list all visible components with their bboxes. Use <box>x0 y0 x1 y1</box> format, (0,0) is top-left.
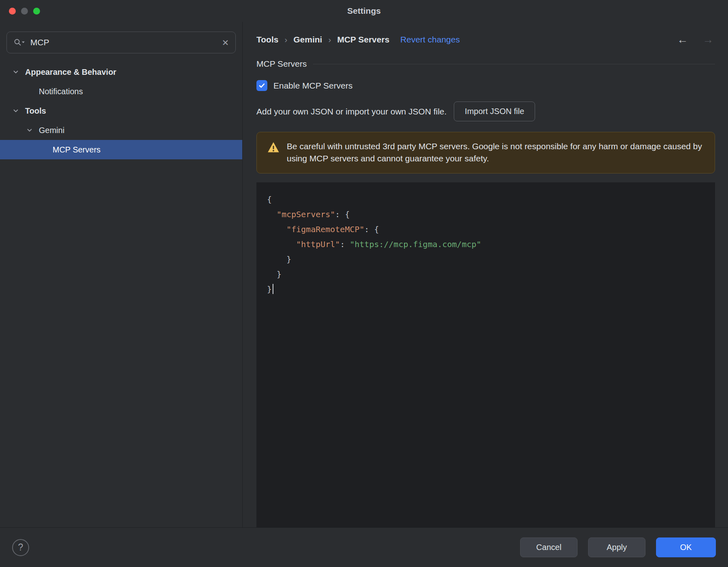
warning-text: Be careful with untrusted 3rd party MCP … <box>287 140 704 165</box>
tree-item-gemini[interactable]: Gemini <box>0 121 242 140</box>
enable-mcp-row[interactable]: Enable MCP Servers <box>256 80 715 91</box>
settings-main: Tools › Gemini › MCP Servers Revert chan… <box>243 22 728 527</box>
tree-item-appearance-behavior[interactable]: Appearance & Behavior <box>0 62 242 82</box>
warning-icon <box>267 140 279 153</box>
search-input[interactable] <box>30 38 217 47</box>
window-title: Settings <box>347 6 381 16</box>
section-divider <box>313 64 715 64</box>
code-line: "httpUrl": "https://mcp.figma.com/mcp" <box>267 237 705 252</box>
minimize-window-button[interactable] <box>21 8 28 15</box>
footer-buttons: Cancel Apply OK <box>520 537 716 557</box>
enable-mcp-label: Enable MCP Servers <box>273 81 353 91</box>
revert-changes-link[interactable]: Revert changes <box>400 35 460 44</box>
section-title: MCP Servers <box>256 59 307 69</box>
tree-item-label: Notifications <box>39 87 83 96</box>
breadcrumb-gemini[interactable]: Gemini <box>293 35 322 44</box>
zoom-window-button[interactable] <box>33 8 40 15</box>
settings-search-box[interactable]: ✕ <box>6 32 236 53</box>
code-line: } <box>267 252 705 267</box>
code-line: "figmaRemoteMCP": { <box>267 222 705 237</box>
settings-content: ✕ Appearance & BehaviorNotificationsTool… <box>0 22 728 527</box>
tree-item-notifications[interactable]: Notifications <box>0 82 242 101</box>
settings-tree: Appearance & BehaviorNotificationsToolsG… <box>0 62 242 159</box>
apply-button[interactable]: Apply <box>588 537 645 557</box>
breadcrumb-separator-icon: › <box>328 35 331 44</box>
checkmark-icon <box>258 82 266 89</box>
import-row: Add your own JSON or import your own JSO… <box>256 102 715 121</box>
tree-item-mcp-servers[interactable]: MCP Servers <box>0 140 242 159</box>
ok-button[interactable]: OK <box>656 537 716 557</box>
window-controls <box>9 0 40 22</box>
tree-item-label: MCP Servers <box>53 145 101 154</box>
close-window-button[interactable] <box>9 8 16 15</box>
chevron-down-icon[interactable] <box>12 107 25 114</box>
enable-mcp-checkbox[interactable] <box>256 80 267 91</box>
forward-arrow-icon[interactable]: → <box>703 34 713 45</box>
section-header: MCP Servers <box>256 59 715 69</box>
help-button[interactable]: ? <box>12 539 29 556</box>
search-icon[interactable] <box>13 38 25 47</box>
code-line: { <box>267 192 705 207</box>
chevron-down-icon[interactable] <box>26 127 39 134</box>
tree-item-tools[interactable]: Tools <box>0 101 242 121</box>
tree-item-label: Appearance & Behavior <box>25 68 116 77</box>
titlebar: Settings <box>0 0 728 22</box>
breadcrumb-mcp-servers[interactable]: MCP Servers <box>337 35 389 44</box>
tree-item-label: Gemini <box>39 126 64 135</box>
back-arrow-icon[interactable]: ← <box>677 34 688 45</box>
settings-sidebar: ✕ Appearance & BehaviorNotificationsTool… <box>0 22 243 527</box>
import-description: Add your own JSON or import your own JSO… <box>256 107 447 116</box>
breadcrumb-separator-icon: › <box>284 35 287 44</box>
footer: ? Cancel Apply OK <box>0 527 728 567</box>
tree-item-label: Tools <box>25 106 46 116</box>
text-cursor <box>273 284 273 294</box>
json-editor-code: { "mcpServers": { "figmaRemoteMCP": { "h… <box>256 182 715 307</box>
chevron-down-icon[interactable] <box>12 68 25 76</box>
code-line: } <box>267 282 705 297</box>
breadcrumb: Tools › Gemini › MCP Servers Revert chan… <box>256 31 715 49</box>
cancel-button[interactable]: Cancel <box>520 537 578 557</box>
code-line: "mcpServers": { <box>267 207 705 222</box>
breadcrumb-tools[interactable]: Tools <box>256 35 278 44</box>
json-editor[interactable]: { "mcpServers": { "figmaRemoteMCP": { "h… <box>256 182 715 527</box>
history-arrows: ← → <box>677 34 715 45</box>
warning-banner: Be careful with untrusted 3rd party MCP … <box>256 132 715 173</box>
clear-search-icon[interactable]: ✕ <box>222 38 229 47</box>
import-json-button[interactable]: Import JSON file <box>454 102 535 121</box>
code-line: } <box>267 267 705 282</box>
